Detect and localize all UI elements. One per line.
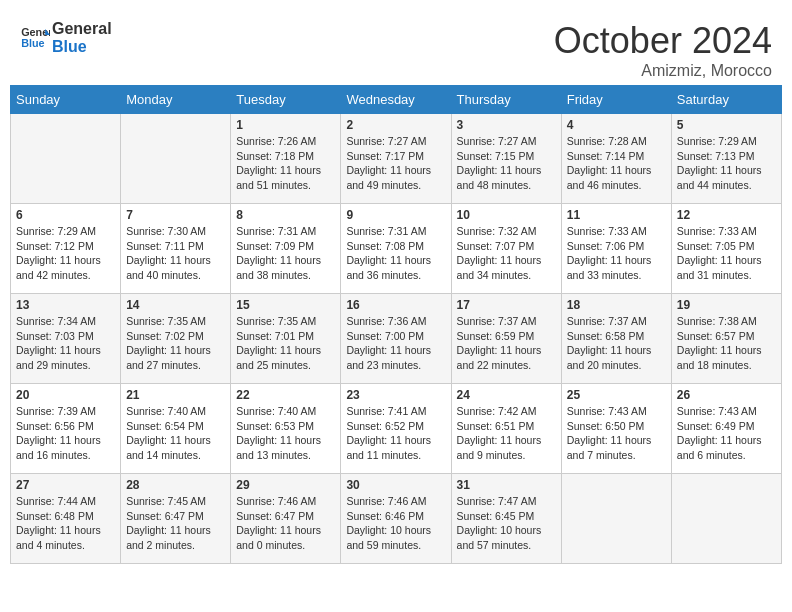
day-info: Sunrise: 7:43 AMSunset: 6:49 PMDaylight:… [677, 404, 776, 463]
calendar-cell: 8 Sunrise: 7:31 AMSunset: 7:09 PMDayligh… [231, 204, 341, 294]
day-number: 24 [457, 388, 556, 402]
day-number: 22 [236, 388, 335, 402]
day-info: Sunrise: 7:32 AMSunset: 7:07 PMDaylight:… [457, 224, 556, 283]
day-number: 27 [16, 478, 115, 492]
day-info: Sunrise: 7:42 AMSunset: 6:51 PMDaylight:… [457, 404, 556, 463]
day-number: 12 [677, 208, 776, 222]
calendar-table: SundayMondayTuesdayWednesdayThursdayFrid… [10, 85, 782, 564]
day-number: 16 [346, 298, 445, 312]
calendar-cell: 25 Sunrise: 7:43 AMSunset: 6:50 PMDaylig… [561, 384, 671, 474]
day-number: 23 [346, 388, 445, 402]
logo-line1: General [52, 20, 112, 38]
day-info: Sunrise: 7:47 AMSunset: 6:45 PMDaylight:… [457, 494, 556, 553]
calendar-cell: 5 Sunrise: 7:29 AMSunset: 7:13 PMDayligh… [671, 114, 781, 204]
day-header-friday: Friday [561, 86, 671, 114]
calendar-cell: 14 Sunrise: 7:35 AMSunset: 7:02 PMDaylig… [121, 294, 231, 384]
calendar-cell: 31 Sunrise: 7:47 AMSunset: 6:45 PMDaylig… [451, 474, 561, 564]
calendar-cell: 9 Sunrise: 7:31 AMSunset: 7:08 PMDayligh… [341, 204, 451, 294]
calendar-cell: 24 Sunrise: 7:42 AMSunset: 6:51 PMDaylig… [451, 384, 561, 474]
calendar-week-1: 1 Sunrise: 7:26 AMSunset: 7:18 PMDayligh… [11, 114, 782, 204]
day-info: Sunrise: 7:26 AMSunset: 7:18 PMDaylight:… [236, 134, 335, 193]
logo-line2: Blue [52, 38, 112, 56]
day-info: Sunrise: 7:46 AMSunset: 6:47 PMDaylight:… [236, 494, 335, 553]
day-number: 1 [236, 118, 335, 132]
calendar-cell [11, 114, 121, 204]
day-info: Sunrise: 7:30 AMSunset: 7:11 PMDaylight:… [126, 224, 225, 283]
day-info: Sunrise: 7:35 AMSunset: 7:01 PMDaylight:… [236, 314, 335, 373]
logo: General Blue General Blue [20, 20, 112, 56]
calendar-week-5: 27 Sunrise: 7:44 AMSunset: 6:48 PMDaylig… [11, 474, 782, 564]
day-header-saturday: Saturday [671, 86, 781, 114]
day-number: 20 [16, 388, 115, 402]
month-title: October 2024 [554, 20, 772, 62]
day-number: 31 [457, 478, 556, 492]
day-number: 26 [677, 388, 776, 402]
calendar-cell: 10 Sunrise: 7:32 AMSunset: 7:07 PMDaylig… [451, 204, 561, 294]
day-info: Sunrise: 7:31 AMSunset: 7:08 PMDaylight:… [346, 224, 445, 283]
day-header-sunday: Sunday [11, 86, 121, 114]
day-number: 29 [236, 478, 335, 492]
day-header-monday: Monday [121, 86, 231, 114]
day-number: 18 [567, 298, 666, 312]
calendar-cell: 1 Sunrise: 7:26 AMSunset: 7:18 PMDayligh… [231, 114, 341, 204]
day-number: 19 [677, 298, 776, 312]
calendar-cell: 22 Sunrise: 7:40 AMSunset: 6:53 PMDaylig… [231, 384, 341, 474]
calendar-cell: 19 Sunrise: 7:38 AMSunset: 6:57 PMDaylig… [671, 294, 781, 384]
day-info: Sunrise: 7:33 AMSunset: 7:06 PMDaylight:… [567, 224, 666, 283]
day-number: 3 [457, 118, 556, 132]
calendar-cell: 15 Sunrise: 7:35 AMSunset: 7:01 PMDaylig… [231, 294, 341, 384]
day-number: 15 [236, 298, 335, 312]
day-info: Sunrise: 7:41 AMSunset: 6:52 PMDaylight:… [346, 404, 445, 463]
day-header-wednesday: Wednesday [341, 86, 451, 114]
day-number: 14 [126, 298, 225, 312]
day-number: 9 [346, 208, 445, 222]
day-number: 5 [677, 118, 776, 132]
day-info: Sunrise: 7:33 AMSunset: 7:05 PMDaylight:… [677, 224, 776, 283]
calendar-cell: 2 Sunrise: 7:27 AMSunset: 7:17 PMDayligh… [341, 114, 451, 204]
day-number: 4 [567, 118, 666, 132]
day-info: Sunrise: 7:45 AMSunset: 6:47 PMDaylight:… [126, 494, 225, 553]
calendar-cell: 23 Sunrise: 7:41 AMSunset: 6:52 PMDaylig… [341, 384, 451, 474]
day-number: 7 [126, 208, 225, 222]
calendar-cell: 30 Sunrise: 7:46 AMSunset: 6:46 PMDaylig… [341, 474, 451, 564]
day-header-thursday: Thursday [451, 86, 561, 114]
logo-icon: General Blue [20, 23, 50, 53]
day-number: 6 [16, 208, 115, 222]
calendar-cell: 7 Sunrise: 7:30 AMSunset: 7:11 PMDayligh… [121, 204, 231, 294]
location-subtitle: Amizmiz, Morocco [554, 62, 772, 80]
day-number: 30 [346, 478, 445, 492]
calendar-cell: 21 Sunrise: 7:40 AMSunset: 6:54 PMDaylig… [121, 384, 231, 474]
day-info: Sunrise: 7:39 AMSunset: 6:56 PMDaylight:… [16, 404, 115, 463]
title-area: October 2024 Amizmiz, Morocco [554, 20, 772, 80]
day-info: Sunrise: 7:29 AMSunset: 7:13 PMDaylight:… [677, 134, 776, 193]
day-info: Sunrise: 7:40 AMSunset: 6:54 PMDaylight:… [126, 404, 225, 463]
calendar-week-4: 20 Sunrise: 7:39 AMSunset: 6:56 PMDaylig… [11, 384, 782, 474]
calendar-cell: 27 Sunrise: 7:44 AMSunset: 6:48 PMDaylig… [11, 474, 121, 564]
calendar-cell: 29 Sunrise: 7:46 AMSunset: 6:47 PMDaylig… [231, 474, 341, 564]
day-info: Sunrise: 7:38 AMSunset: 6:57 PMDaylight:… [677, 314, 776, 373]
calendar-cell: 11 Sunrise: 7:33 AMSunset: 7:06 PMDaylig… [561, 204, 671, 294]
day-info: Sunrise: 7:36 AMSunset: 7:00 PMDaylight:… [346, 314, 445, 373]
svg-text:Blue: Blue [21, 37, 44, 49]
day-number: 8 [236, 208, 335, 222]
calendar-cell [671, 474, 781, 564]
day-info: Sunrise: 7:44 AMSunset: 6:48 PMDaylight:… [16, 494, 115, 553]
day-header-tuesday: Tuesday [231, 86, 341, 114]
calendar-cell [121, 114, 231, 204]
day-info: Sunrise: 7:29 AMSunset: 7:12 PMDaylight:… [16, 224, 115, 283]
calendar-cell: 18 Sunrise: 7:37 AMSunset: 6:58 PMDaylig… [561, 294, 671, 384]
day-info: Sunrise: 7:28 AMSunset: 7:14 PMDaylight:… [567, 134, 666, 193]
day-number: 25 [567, 388, 666, 402]
calendar-cell: 12 Sunrise: 7:33 AMSunset: 7:05 PMDaylig… [671, 204, 781, 294]
calendar-cell [561, 474, 671, 564]
calendar-week-3: 13 Sunrise: 7:34 AMSunset: 7:03 PMDaylig… [11, 294, 782, 384]
day-info: Sunrise: 7:43 AMSunset: 6:50 PMDaylight:… [567, 404, 666, 463]
calendar-cell: 20 Sunrise: 7:39 AMSunset: 6:56 PMDaylig… [11, 384, 121, 474]
day-number: 21 [126, 388, 225, 402]
day-info: Sunrise: 7:27 AMSunset: 7:15 PMDaylight:… [457, 134, 556, 193]
day-number: 17 [457, 298, 556, 312]
day-info: Sunrise: 7:34 AMSunset: 7:03 PMDaylight:… [16, 314, 115, 373]
calendar-body: 1 Sunrise: 7:26 AMSunset: 7:18 PMDayligh… [11, 114, 782, 564]
day-info: Sunrise: 7:37 AMSunset: 6:58 PMDaylight:… [567, 314, 666, 373]
calendar-cell: 4 Sunrise: 7:28 AMSunset: 7:14 PMDayligh… [561, 114, 671, 204]
